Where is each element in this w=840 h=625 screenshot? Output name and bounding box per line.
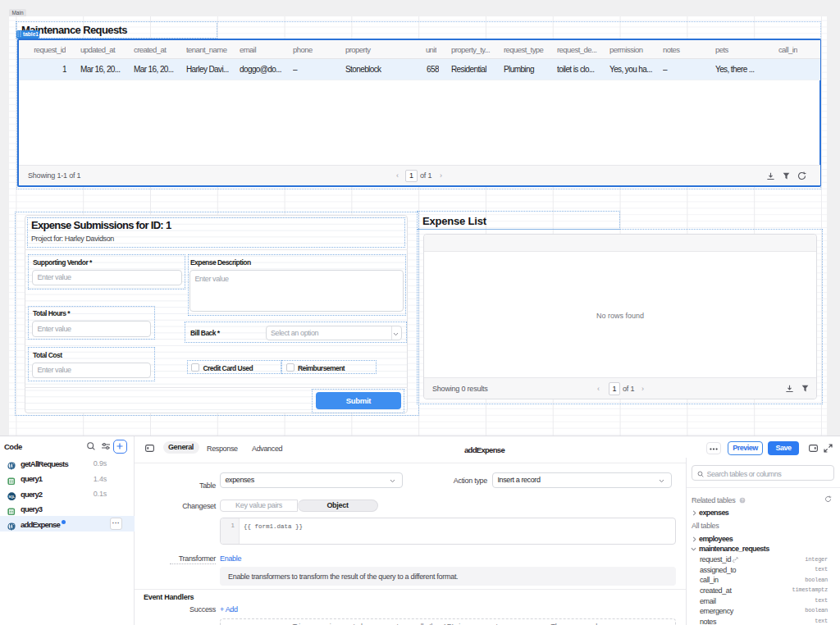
svg-text:SQL: SQL	[8, 495, 15, 498]
